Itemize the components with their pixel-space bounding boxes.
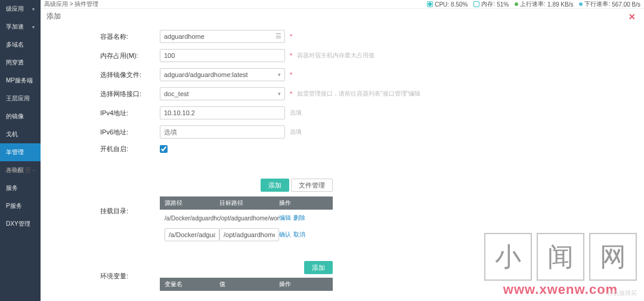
mount-dst-input[interactable] xyxy=(219,228,279,241)
ipv6-label: IPv6地址: xyxy=(100,128,160,137)
env-table: 变量名 值 操作 xyxy=(160,278,333,291)
image-select[interactable]: adguard/adguardhome:latest▾ xyxy=(160,68,285,81)
advanced-toggle[interactable]: 高级设置▾ xyxy=(5,166,35,175)
mount-col-dst: 目标路径 xyxy=(219,199,279,207)
sidebar-item-0[interactable]: 级应用▾ xyxy=(0,0,41,18)
net-label: 选择网络接口: xyxy=(100,90,160,99)
ipv6-input[interactable] xyxy=(160,125,285,139)
mount-label: 挂载目录: xyxy=(100,207,160,216)
form: 高级设置▾ 容器名称: ☰ * 内存占用(M): * 容器对宿主机内存最大占用值… xyxy=(41,24,644,301)
image-label: 选择镜像文件: xyxy=(100,70,160,79)
mount-col-ops: 操作 xyxy=(279,199,333,207)
sidebar-item-7[interactable]: 戈机 xyxy=(0,125,41,143)
list-icon[interactable]: ☰ xyxy=(275,32,281,40)
container-name-label: 容器名称: xyxy=(100,32,160,41)
env-label: 环境变量: xyxy=(100,272,160,281)
breadcrumb-b[interactable]: 插件管理 xyxy=(75,1,98,7)
memory-icon xyxy=(473,1,479,7)
status-bar: CPU: 8.50% 内存: 51% 上行速率: 1.89 KB/s 下行速率:… xyxy=(427,0,640,8)
chevron-down-icon: ▾ xyxy=(33,168,35,173)
sidebar-item-11[interactable]: P服务 xyxy=(0,197,41,215)
sidebar-item-4[interactable]: MP服务端 xyxy=(0,72,41,90)
ipv4-input[interactable] xyxy=(160,106,285,119)
mount-edit-row: 确认 取消 xyxy=(160,226,333,243)
mount-col-src: 源路径 xyxy=(160,199,219,207)
autostart-label: 开机自启: xyxy=(100,145,160,153)
sidebar-item-8[interactable]: 羊管理 xyxy=(0,143,41,161)
sidebar: 级应用▾ 孚加速▾ 多域名 罔穿透 MP服务端 王层应用 的镜像 戈机 羊管理 … xyxy=(0,0,41,301)
sidebar-item-12[interactable]: DXY管理 xyxy=(0,215,41,233)
env-col-name: 变量名 xyxy=(160,280,219,288)
mount-src-input[interactable] xyxy=(165,228,219,241)
net-select[interactable]: doc_test▾ xyxy=(160,87,285,100)
autostart-checkbox[interactable] xyxy=(160,145,168,153)
breadcrumb-a[interactable]: 高级应用 xyxy=(44,1,68,7)
sidebar-item-2[interactable]: 多域名 xyxy=(0,36,41,54)
mem-input[interactable] xyxy=(160,49,285,62)
mem-hint: 容器对宿主机内存最大占用值 xyxy=(297,51,374,60)
mount-confirm-link[interactable]: 确认 xyxy=(279,231,291,239)
topbar: 高级应用 > 插件管理 CPU: 8.50% 内存: 51% 上行速率: 1.8… xyxy=(41,0,644,9)
panel-title: 添加 xyxy=(47,11,61,22)
upload-icon xyxy=(515,2,518,6)
sidebar-item-3[interactable]: 罔穿透 xyxy=(0,54,41,72)
env-col-val: 值 xyxy=(219,280,279,288)
sidebar-item-1[interactable]: 孚加速▾ xyxy=(0,18,41,36)
panel-header: 添加 ✕ xyxy=(41,9,644,24)
cpu-icon xyxy=(427,1,433,7)
download-icon xyxy=(579,2,583,6)
mount-table: 源路径 目标路径 操作 /a/Docker/adguardhome /opt/a… xyxy=(160,196,333,243)
chevron-down-icon: ▾ xyxy=(278,91,281,97)
sidebar-item-5[interactable]: 王层应用 xyxy=(0,90,41,108)
chevron-down-icon: ▾ xyxy=(32,24,35,30)
mount-cancel-link[interactable]: 取消 xyxy=(293,231,305,239)
net-hint: 如需管理接口，请前往容器列表"接口管理"编辑 xyxy=(297,90,420,98)
mem-label: 内存占用(M): xyxy=(100,51,160,60)
env-add-button[interactable]: 添加 xyxy=(304,261,333,274)
mount-row: /a/Docker/adguardhome /opt/adguardhome/w… xyxy=(160,210,333,226)
mount-delete-link[interactable]: 删除 xyxy=(293,214,305,222)
sidebar-item-6[interactable]: 的镜像 xyxy=(0,108,41,125)
sidebar-item-10[interactable]: 服务 xyxy=(0,179,41,197)
container-name-input[interactable] xyxy=(160,30,285,43)
env-col-ops: 操作 xyxy=(279,280,333,288)
chevron-down-icon: ▾ xyxy=(32,7,35,12)
chevron-down-icon: ▾ xyxy=(278,72,281,78)
ipv4-label: IPv4地址: xyxy=(100,109,160,118)
mount-add-button[interactable]: 添加 xyxy=(261,179,289,192)
file-manager-button[interactable]: 文件管理 xyxy=(291,179,333,192)
close-icon[interactable]: ✕ xyxy=(626,12,638,22)
main: 高级应用 > 插件管理 CPU: 8.50% 内存: 51% 上行速率: 1.8… xyxy=(41,0,644,301)
mount-edit-link[interactable]: 编辑 xyxy=(279,214,291,222)
breadcrumb: 高级应用 > 插件管理 xyxy=(44,0,98,8)
